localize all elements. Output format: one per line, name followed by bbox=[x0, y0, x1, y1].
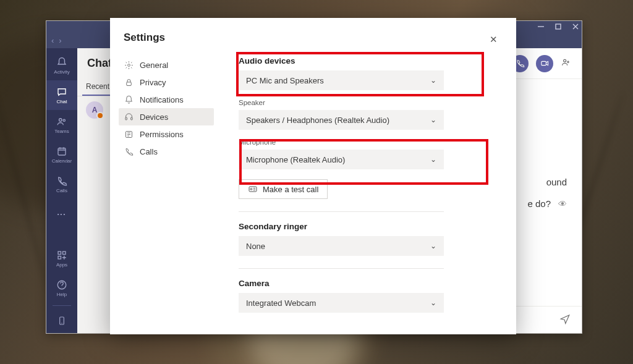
rail-item-calendar[interactable]: Calendar bbox=[46, 140, 77, 169]
mobile-icon bbox=[56, 315, 67, 326]
svg-rect-5 bbox=[63, 252, 66, 255]
help-icon bbox=[56, 279, 67, 290]
section-audio-devices-title: Audio devices bbox=[239, 56, 479, 66]
rail-item-more[interactable]: ••• bbox=[46, 199, 77, 229]
camera-select[interactable]: Integrated Webcam ⌄ bbox=[239, 293, 444, 313]
video-call-button[interactable] bbox=[536, 55, 553, 72]
chat-message-fragment: ound bbox=[546, 177, 567, 187]
rail-label: Apps bbox=[56, 262, 67, 268]
settings-nav-label: Calls bbox=[140, 147, 158, 156]
chevron-down-icon: ⌄ bbox=[430, 76, 436, 85]
speaker-value: Speakers / Headphones (Realtek Audio) bbox=[246, 116, 389, 125]
section-divider bbox=[239, 211, 444, 212]
settings-nav-notifications[interactable]: Notifications bbox=[119, 91, 214, 108]
permissions-icon bbox=[124, 129, 134, 139]
more-icon: ••• bbox=[56, 208, 67, 219]
rail-item-chat[interactable]: Chat bbox=[46, 80, 77, 110]
forward-icon[interactable]: › bbox=[59, 36, 61, 45]
section-secondary-ringer-title: Secondary ringer bbox=[239, 222, 479, 231]
chevron-down-icon: ⌄ bbox=[430, 298, 436, 307]
svg-point-19 bbox=[250, 188, 252, 190]
settings-dialog: Settings ✕ General Privacy Notifications… bbox=[110, 18, 516, 334]
maximize-icon[interactable] bbox=[554, 23, 562, 30]
svg-point-11 bbox=[564, 59, 566, 62]
chat-message-fragment: e do? bbox=[527, 198, 551, 209]
audio-devices-value: PC Mic and Speakers bbox=[246, 76, 324, 85]
svg-point-1 bbox=[59, 118, 62, 121]
rail-label: Chat bbox=[57, 99, 67, 104]
chat-icon bbox=[56, 87, 67, 98]
svg-rect-4 bbox=[58, 252, 61, 255]
secondary-ringer-value: None bbox=[246, 242, 265, 251]
settings-nav-privacy[interactable]: Privacy bbox=[119, 74, 214, 91]
audio-devices-select[interactable]: PC Mic and Speakers ⌄ bbox=[239, 70, 444, 90]
bell-icon bbox=[124, 95, 134, 104]
chat-title: Chat bbox=[87, 57, 112, 70]
rail-item-help[interactable]: Help bbox=[46, 273, 77, 303]
svg-rect-3 bbox=[58, 148, 66, 154]
microphone-value: Microphone (Realtek Audio) bbox=[246, 155, 345, 164]
calendar-icon bbox=[56, 146, 67, 157]
section-camera-title: Camera bbox=[239, 279, 479, 288]
settings-nav-devices[interactable]: Devices bbox=[119, 108, 214, 125]
microphone-label: Microphone bbox=[239, 138, 479, 146]
send-icon[interactable] bbox=[559, 313, 571, 326]
lock-icon bbox=[124, 77, 134, 87]
make-test-call-label: Make a test call bbox=[263, 185, 318, 194]
svg-rect-6 bbox=[58, 256, 61, 259]
rail-label: Calls bbox=[56, 188, 67, 193]
apps-icon bbox=[56, 250, 67, 261]
microphone-select[interactable]: Microphone (Realtek Audio) ⌄ bbox=[239, 150, 444, 169]
svg-point-2 bbox=[63, 119, 65, 121]
svg-rect-0 bbox=[556, 24, 561, 29]
rail-item-apps[interactable]: Apps bbox=[46, 243, 77, 273]
svg-rect-16 bbox=[130, 117, 132, 120]
rail-label: Help bbox=[57, 292, 67, 297]
settings-title: Settings bbox=[124, 32, 165, 44]
tab-recent[interactable]: Recent bbox=[82, 78, 113, 96]
chevron-down-icon: ⌄ bbox=[430, 155, 436, 164]
settings-nav-label: Notifications bbox=[140, 95, 184, 104]
make-test-call-button[interactable]: Make a test call bbox=[239, 179, 328, 199]
people-icon bbox=[56, 116, 67, 127]
settings-nav-label: General bbox=[140, 61, 168, 70]
speaker-select[interactable]: Speakers / Headphones (Realtek Audio) ⌄ bbox=[239, 110, 444, 130]
camera-value: Integrated Webcam bbox=[246, 298, 316, 308]
close-icon[interactable]: ✕ bbox=[487, 32, 500, 48]
settings-nav-general[interactable]: General bbox=[119, 56, 214, 74]
rail-label: Teams bbox=[54, 129, 69, 134]
settings-nav-permissions[interactable]: Permissions bbox=[119, 125, 214, 143]
settings-nav-calls[interactable]: Calls bbox=[119, 143, 214, 160]
chevron-down-icon: ⌄ bbox=[430, 242, 436, 250]
rail-item-activity[interactable]: Activity bbox=[46, 51, 77, 80]
seen-icon: 👁 bbox=[558, 199, 567, 209]
chevron-down-icon: ⌄ bbox=[430, 116, 436, 124]
svg-rect-10 bbox=[541, 61, 546, 65]
settings-content: Audio devices PC Mic and Speakers ⌄ Spea… bbox=[220, 53, 516, 334]
avatar: A bbox=[86, 101, 103, 119]
minimize-icon[interactable] bbox=[537, 23, 545, 30]
svg-rect-15 bbox=[125, 117, 127, 120]
back-icon[interactable]: ‹ bbox=[51, 36, 54, 45]
svg-point-13 bbox=[127, 64, 130, 66]
phone-icon bbox=[56, 176, 67, 187]
settings-nav: General Privacy Notifications Devices Pe… bbox=[110, 53, 220, 334]
rail-item-calls[interactable]: Calls bbox=[46, 169, 77, 199]
rail-label: Activity bbox=[54, 69, 69, 75]
speaker-label: Speaker bbox=[239, 99, 479, 106]
section-divider bbox=[239, 268, 444, 269]
settings-nav-label: Devices bbox=[140, 112, 168, 122]
rail-item-teams[interactable]: Teams bbox=[46, 110, 77, 140]
svg-rect-14 bbox=[126, 82, 131, 85]
secondary-ringer-select[interactable]: None ⌄ bbox=[239, 236, 444, 256]
svg-point-8 bbox=[62, 287, 62, 287]
phone-icon bbox=[124, 146, 134, 156]
window-close-icon[interactable] bbox=[572, 23, 579, 30]
settings-nav-label: Privacy bbox=[140, 78, 166, 87]
gear-icon bbox=[124, 60, 134, 70]
add-people-icon[interactable] bbox=[561, 57, 571, 69]
headset-icon bbox=[124, 112, 134, 122]
bell-icon bbox=[56, 57, 67, 68]
rail-item-device[interactable] bbox=[46, 308, 77, 333]
settings-nav-label: Permissions bbox=[140, 130, 184, 139]
